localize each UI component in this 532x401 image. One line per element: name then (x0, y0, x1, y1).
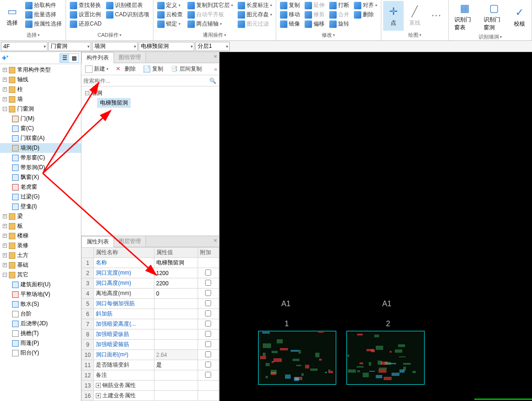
tree-item[interactable]: 建筑面积(U) (0, 280, 81, 289)
close-icon[interactable]: ✕ (213, 54, 217, 59)
tree-item[interactable]: 挑檐(T) (0, 329, 81, 338)
tree-item[interactable]: 雨蓬(P) (0, 338, 81, 348)
search-icon[interactable]: 🔍 (208, 78, 217, 84)
property-row[interactable]: 5洞口每侧加强筋 (82, 299, 219, 309)
ribbon-识别门窗洞-button[interactable]: ▢识别门窗洞 (480, 1, 508, 33)
ribbon-item[interactable]: 偏移 (303, 20, 326, 28)
tree-category[interactable]: +基础 (0, 260, 81, 270)
tree-item[interactable]: 门(M) (0, 114, 81, 124)
close-icon[interactable]: ✕ (213, 238, 217, 243)
extra-checkbox[interactable] (205, 290, 211, 296)
layer-select[interactable]: 分层1 (195, 42, 230, 51)
property-row[interactable]: 1名称电梯预留洞 (82, 258, 219, 268)
ribbon-item[interactable]: 识别楼层表 (104, 1, 151, 10)
extra-checkbox[interactable] (205, 341, 211, 347)
tree-item[interactable]: 台阶 (0, 309, 81, 319)
ribbon-group-title[interactable]: 选择 ▾ (2, 31, 64, 39)
tree-item[interactable]: 散水(S) (0, 299, 81, 309)
extra-checkbox[interactable] (205, 300, 211, 306)
tree-item[interactable]: 壁龛(I) (0, 202, 81, 211)
ribbon-more-button[interactable]: ⋯ (426, 1, 446, 31)
property-row[interactable]: 7加强暗梁高度(... (82, 319, 219, 329)
tree-item[interactable]: 带形洞(D) (0, 163, 81, 172)
property-row[interactable]: 12备注 (82, 370, 219, 381)
extra-checkbox[interactable] (205, 351, 211, 357)
extra-checkbox[interactable] (205, 362, 211, 368)
ribbon-直线-button[interactable]: ╱直线 (405, 1, 425, 31)
category-select[interactable]: 门窗洞 (48, 42, 91, 51)
tree-category[interactable]: +常用构件类型 (0, 65, 81, 75)
tab-drawing-mgmt[interactable]: 图纸管理 (113, 52, 146, 63)
grid-view-icon[interactable]: ▦ (69, 54, 79, 62)
tree-item[interactable]: 平整场地(V) (0, 289, 81, 299)
drawing-thumbnail[interactable] (346, 331, 425, 385)
tree-category[interactable]: +柱 (0, 85, 81, 94)
tree-category[interactable]: +板 (0, 221, 81, 231)
extra-checkbox[interactable] (205, 310, 211, 316)
view-toggle[interactable]: ☰ ▦ (60, 53, 79, 63)
ribbon-item[interactable]: 两点辅轴 ▾ (186, 20, 235, 28)
ribbon-item[interactable]: 打断 (327, 1, 351, 10)
ribbon-item[interactable]: 复制 (278, 1, 302, 10)
tree-item[interactable]: 后浇带(JD) (0, 319, 81, 329)
ribbon-校核-button[interactable]: ✓校核 (509, 1, 530, 33)
ribbon-item[interactable]: 拾取构件 (23, 1, 64, 10)
search-input[interactable] (83, 78, 208, 84)
tree-category[interactable]: −其它 (0, 270, 81, 280)
tree-item[interactable]: 门联窗(A) (0, 133, 81, 143)
extra-checkbox[interactable] (205, 321, 211, 327)
ribbon-item[interactable]: 锁定 ▾ (155, 20, 185, 28)
tree-category[interactable]: +楼梯 (0, 231, 81, 241)
extra-checkbox[interactable] (205, 331, 211, 337)
property-row[interactable]: 6斜加筋 (82, 309, 219, 319)
ribbon-item[interactable]: 批量选择 (23, 10, 64, 19)
cad-viewport[interactable]: A11A12 (219, 52, 532, 401)
property-row[interactable]: 10洞口面积(m²)2.64 (82, 350, 219, 360)
extra-checkbox[interactable] (205, 280, 211, 286)
ribbon-group-title[interactable]: 通用操作 ▾ (155, 31, 274, 39)
ribbon-item[interactable]: 查找替换 (68, 1, 103, 10)
tree-item[interactable]: 阳台(Y) (0, 348, 81, 358)
ribbon-item[interactable]: 镜像 (278, 20, 302, 28)
extra-checkbox[interactable] (205, 270, 211, 276)
ribbon-item[interactable]: 复制到其它层 ▾ (186, 1, 235, 10)
tab-property-list[interactable]: 属性列表 (81, 236, 114, 247)
property-table[interactable]: 属性名称属性值附加1名称电梯预留洞2洞口宽度(mm)12003洞口高度(mm)2… (81, 247, 219, 401)
property-row[interactable]: 4离地高度(mm)0 (82, 289, 219, 299)
ribbon-item[interactable]: 设置比例 (68, 10, 103, 19)
property-row[interactable]: 11是否随墙变斜是 (82, 360, 219, 370)
ribbon-group-title[interactable]: 绘图 ▾ (383, 31, 446, 39)
new-button[interactable]: 新建 ▾ (83, 65, 110, 73)
property-row[interactable]: 3洞口高度(mm)2200 (82, 278, 219, 289)
property-row[interactable]: 9加强暗梁箍筋 (82, 340, 219, 350)
copy-button[interactable]: 📄复制 (141, 65, 165, 73)
extra-checkbox[interactable] (205, 372, 211, 378)
tree-category[interactable]: +梁 (0, 211, 81, 221)
ribbon-item[interactable]: 图元存盘 ▾ (236, 10, 274, 19)
component-instance-tree[interactable]: − 墙洞 电梯预留洞 (81, 86, 219, 236)
ribbon-item[interactable]: 云检查 (155, 10, 185, 19)
tree-category[interactable]: +墙 (0, 94, 81, 104)
property-row[interactable]: 16+土建业务属性 (82, 391, 219, 401)
ribbon-item[interactable]: 定义 ▾ (155, 1, 185, 10)
floor-select[interactable]: 4F (1, 42, 47, 51)
ribbon-item[interactable]: 按属性选择 (23, 20, 64, 28)
ribbon-item[interactable]: 还原CAD (68, 20, 103, 28)
ribbon-item[interactable]: 移动 (278, 10, 302, 19)
ribbon-item[interactable]: 长度标注 ▾ (236, 1, 274, 10)
drawing-thumbnail[interactable] (258, 331, 336, 385)
delete-button[interactable]: ✕删除 (114, 65, 138, 73)
component-select[interactable]: 电梯预留洞 (139, 42, 194, 51)
ribbon-group-title[interactable]: 识别墙洞 ▾ (451, 33, 530, 41)
tab-component-list[interactable]: 构件列表 (81, 52, 114, 63)
ribbon-group-title[interactable]: 修改 ▾ (278, 31, 379, 39)
ribbon-item[interactable]: CAD识别选项 (104, 10, 151, 19)
tree-category[interactable]: −门窗洞 (0, 104, 81, 114)
tree-category[interactable]: +装修 (0, 241, 81, 250)
ribbon-识别门窗表-button[interactable]: ▦识别门窗表 (451, 1, 479, 33)
tree-root[interactable]: − 墙洞 (83, 88, 217, 98)
ribbon-group-title[interactable]: CAD操作 ▾ (68, 31, 151, 39)
tab-layer-mgmt[interactable]: 图层管理 (113, 236, 146, 247)
tree-item[interactable]: 飘窗(X) (0, 172, 81, 182)
ribbon-选择-button[interactable]: ▭选择 (2, 1, 22, 31)
